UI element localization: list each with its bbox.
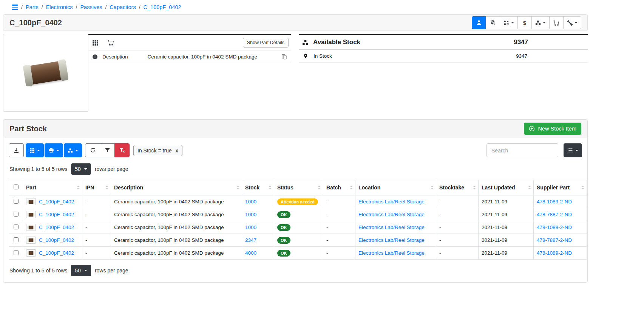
supplier-part-link[interactable]: 478-7887-2-ND: [537, 212, 572, 217]
view-mode-dropdown[interactable]: [564, 143, 582, 157]
part-link[interactable]: C_100pF_0402: [39, 250, 74, 256]
notifications-off-button[interactable]: [486, 16, 500, 29]
column-header-last-updated[interactable]: Last Updated: [479, 180, 534, 195]
sort-icon: [269, 186, 272, 189]
part-link[interactable]: C_100pF_0402: [39, 212, 74, 217]
location-link[interactable]: Electronics Lab/Reel Storage: [358, 212, 425, 217]
download-button[interactable]: [9, 143, 24, 157]
caret-down-icon: [543, 22, 546, 23]
caret-down-icon: [75, 150, 78, 151]
page-size-dropdown[interactable]: 50: [71, 163, 91, 175]
refresh-button[interactable]: [85, 143, 100, 157]
stock-table-row: C_100pF_0402 - Ceramic capacitor, 100pF …: [9, 234, 587, 247]
remove-filter-icon[interactable]: x: [176, 148, 178, 154]
caret-up-icon: [84, 270, 87, 271]
page-size-value: 50: [75, 267, 81, 274]
copy-icon[interactable]: [281, 54, 287, 60]
row-checkbox[interactable]: [14, 212, 19, 217]
stock-link[interactable]: 1000: [245, 199, 256, 204]
column-header-description[interactable]: Description: [111, 180, 242, 195]
order-part-button[interactable]: [549, 16, 564, 29]
subscribe-button[interactable]: [472, 16, 486, 29]
breadcrumb-link[interactable]: Passives: [80, 4, 102, 10]
breadcrumb-link[interactable]: C_100pF_0402: [144, 4, 181, 10]
location-link[interactable]: Electronics Lab/Reel Storage: [358, 224, 425, 230]
column-header-status[interactable]: Status: [274, 180, 323, 195]
pricing-button[interactable]: $: [517, 16, 532, 29]
column-header-batch[interactable]: Batch: [323, 180, 355, 195]
part-thumbnail: [26, 224, 36, 231]
available-stock-panel: Available Stock 9347 In Stock 9347: [299, 34, 588, 112]
ipn-cell: -: [82, 234, 111, 247]
part-link[interactable]: C_100pF_0402: [39, 199, 74, 204]
sort-icon: [431, 186, 434, 189]
stock-link[interactable]: 1000: [245, 224, 256, 230]
page-size-dropdown[interactable]: 50: [71, 265, 91, 276]
search-input[interactable]: [486, 143, 558, 157]
show-part-details-button[interactable]: Show Part Details: [243, 38, 289, 48]
stock-table-row: C_100pF_0402 - Ceramic capacitor, 100pF …: [9, 247, 587, 260]
column-header-supplier-part[interactable]: Supplier Part: [534, 180, 587, 195]
part-actions-dropdown[interactable]: [563, 16, 581, 29]
location-link[interactable]: Electronics Lab/Reel Storage: [358, 199, 425, 204]
part-image-panel[interactable]: [3, 34, 88, 112]
column-header-stocktake[interactable]: Stocktake: [436, 180, 479, 195]
stock-link[interactable]: 4000: [245, 250, 256, 256]
print-dropdown[interactable]: [45, 143, 63, 157]
status-badge: OK: [277, 224, 290, 231]
supplier-part-cell: 478-7887-2-ND: [534, 208, 587, 221]
row-checkbox[interactable]: [14, 224, 19, 229]
filter-button[interactable]: [100, 143, 115, 157]
column-header-stock[interactable]: Stock: [242, 180, 274, 195]
status-badge: Attention needed: [277, 198, 318, 205]
available-stock-total: 9347: [514, 38, 528, 46]
cart-icon: [108, 40, 114, 46]
supplier-part-link[interactable]: 478-7887-2-ND: [537, 237, 572, 243]
column-header-location[interactable]: Location: [355, 180, 436, 195]
stock-cell: 1000: [242, 195, 274, 208]
menu-icon[interactable]: [12, 5, 18, 10]
breadcrumb-separator: /: [42, 4, 43, 10]
status-cell: Attention needed: [274, 195, 323, 208]
page-size-value: 50: [75, 166, 81, 172]
stock-actions-dropdown[interactable]: [531, 16, 550, 29]
last-updated-cell: 2021-11-09: [479, 195, 534, 208]
row-checkbox[interactable]: [14, 237, 19, 242]
row-checkbox[interactable]: [14, 199, 19, 204]
sort-icon: [236, 186, 239, 189]
stock-link[interactable]: 2347: [245, 237, 256, 243]
grid-icon: [29, 148, 35, 153]
supplier-part-link[interactable]: 478-1089-2-ND: [537, 224, 572, 230]
part-link[interactable]: C_100pF_0402: [39, 237, 74, 243]
stocktake-cell: -: [436, 195, 479, 208]
breadcrumb-link[interactable]: Parts: [26, 4, 39, 10]
breadcrumb-link[interactable]: Electronics: [46, 4, 73, 10]
select-all-checkbox[interactable]: [14, 184, 19, 189]
column-label: IPN: [85, 184, 94, 191]
stock-options-dropdown[interactable]: [64, 143, 82, 157]
barcode-actions-dropdown[interactable]: [500, 16, 518, 29]
breadcrumb-link[interactable]: Capacitors: [110, 4, 136, 10]
batch-cell: -: [323, 234, 355, 247]
supplier-part-link[interactable]: 478-1089-2-ND: [537, 250, 572, 256]
stock-table-header-row: PartIPNDescriptionStockStatusBatchLocati…: [9, 180, 587, 195]
sort-icon: [105, 186, 108, 189]
showing-rows-text: Showing 1 to 5 of 5 rows: [9, 166, 67, 172]
location-link[interactable]: Electronics Lab/Reel Storage: [358, 250, 425, 256]
status-cell: OK: [274, 208, 323, 221]
stocktake-cell: -: [436, 221, 479, 234]
part-cell: C_100pF_0402: [23, 234, 82, 247]
supplier-part-link[interactable]: 478-1089-2-ND: [537, 199, 572, 204]
available-stock-title: Available Stock: [313, 38, 360, 46]
column-header-ipn[interactable]: IPN: [82, 180, 111, 195]
part-link[interactable]: C_100pF_0402: [39, 224, 74, 230]
columns-dropdown[interactable]: [26, 143, 44, 157]
user-icon: [476, 20, 482, 26]
new-stock-item-button[interactable]: New Stock Item: [524, 123, 581, 135]
row-checkbox[interactable]: [14, 250, 19, 255]
location-link[interactable]: Electronics Lab/Reel Storage: [358, 237, 425, 243]
batch-cell: -: [323, 221, 355, 234]
column-header-part[interactable]: Part: [23, 180, 82, 195]
stock-link[interactable]: 1000: [245, 212, 256, 217]
clear-filters-button[interactable]: [114, 143, 130, 157]
